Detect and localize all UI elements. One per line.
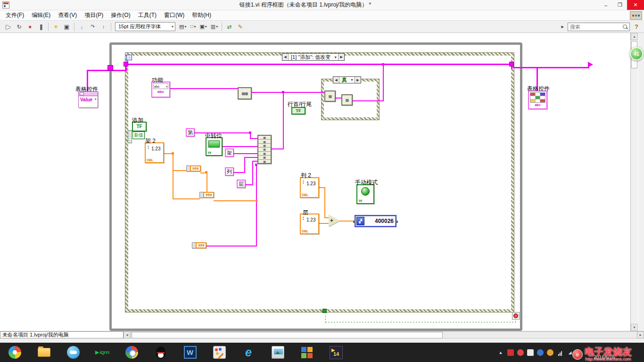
transfer-boolean[interactable]: TF <box>206 137 223 156</box>
array-index[interactable] <box>192 242 196 248</box>
menu-help[interactable]: 帮助(H) <box>188 11 215 19</box>
run-button[interactable]: ▶ <box>3 22 14 32</box>
menu-edit[interactable]: 编辑(E) <box>28 11 54 19</box>
block-diagram-canvas[interactable]: ◀ [1] "添加": 值改变 ▼ ▶ ◀ 真 ▼ ▶ ◔ 表格控件 Value… <box>0 33 644 331</box>
array-constant-1[interactable]: 999 <box>186 165 201 172</box>
string-constant-col[interactable]: 列 <box>225 167 234 176</box>
menu-file[interactable]: 文件(F) <box>2 11 28 19</box>
step-into-button[interactable]: ↓ <box>76 22 87 32</box>
wire-segment[interactable] <box>195 132 250 133</box>
build-array-node[interactable]: ▦ ▦ ▦ ▦ ▦ ▦ ▦ <box>257 135 272 164</box>
tray-icon-security[interactable] <box>507 349 514 356</box>
step-over-button[interactable]: ↷ <box>87 22 98 32</box>
wire-segment[interactable] <box>223 146 258 147</box>
replace-array-node[interactable]: ▦ <box>341 94 353 106</box>
tray-icon-download[interactable] <box>547 349 553 356</box>
clean-up-diagram-button[interactable]: ⇄ <box>224 22 235 32</box>
loop-condition-terminal[interactable] <box>512 312 520 320</box>
next-case-arrow[interactable]: ▶ <box>355 77 361 83</box>
resize-objects-dropdown[interactable]: ▣▾ <box>198 22 208 32</box>
resize-handle[interactable] <box>396 221 398 223</box>
rack2-numeric-control[interactable]: ▴▾ 1.23 DBL <box>145 142 164 163</box>
tray-icon-app[interactable] <box>527 349 534 356</box>
scroll-up-arrow[interactable]: ▲ <box>631 33 638 40</box>
array-index[interactable] <box>186 165 190 172</box>
font-selector[interactable]: 15pt 应用程序字体 ▾ <box>115 22 175 31</box>
project-status-text[interactable]: 未命名项目 1.lvproj/我的电脑 <box>0 331 124 338</box>
search-expand-button[interactable]: ▸ <box>559 22 566 32</box>
scroll-down-arrow[interactable]: ▼ <box>631 324 638 331</box>
increment-decrement-icon[interactable]: ▴▾ <box>301 180 305 184</box>
event-data-node[interactable] <box>128 130 132 143</box>
search-input[interactable] <box>568 24 622 30</box>
scroll-left-arrow[interactable]: ◂ <box>124 331 131 338</box>
concatenate-node[interactable]: ▦▦ <box>238 87 252 99</box>
table-control-terminal[interactable]: abc <box>528 90 547 109</box>
next-event-arrow[interactable]: ▶ <box>338 54 344 60</box>
new-value-terminal[interactable]: 新值 <box>132 132 145 139</box>
tray-icon-messenger[interactable] <box>537 349 544 356</box>
menu-window[interactable]: 窗口(W) <box>160 11 188 19</box>
pause-button[interactable]: ∥ <box>35 22 46 32</box>
wire-segment[interactable] <box>126 64 512 65</box>
wire-segment[interactable] <box>87 70 125 71</box>
network-icon[interactable] <box>557 349 563 356</box>
menu-project[interactable]: 项目(P) <box>81 11 107 19</box>
menu-tools[interactable]: 工具(T) <box>134 11 160 19</box>
taskbar-browser[interactable] <box>124 345 140 361</box>
result-indicator[interactable]: ▞ 400026 <box>355 215 396 227</box>
event-structure-selector[interactable]: ◀ [1] "添加": 值改变 ▼ ▶ <box>282 53 345 61</box>
step-out-button[interactable]: ↑ <box>98 22 109 32</box>
menu-view[interactable]: 查看(V) <box>54 11 81 19</box>
wire-segment[interactable] <box>252 161 253 185</box>
chevron-down-icon[interactable]: ▼ <box>349 78 355 82</box>
prev-case-arrow[interactable]: ◀ <box>333 77 339 83</box>
wire-segment[interactable] <box>214 200 258 201</box>
string-constant-layer[interactable]: 层 <box>237 180 246 188</box>
taskbar-internet-explorer[interactable]: e <box>240 345 256 361</box>
close-button[interactable]: ✕ <box>627 0 644 10</box>
resize-handle[interactable] <box>353 221 355 223</box>
col2-numeric-control[interactable]: ▴▾ 1.23 DBL <box>300 177 319 198</box>
clock-date[interactable]: 2016/6/16 <box>594 355 615 360</box>
wire-segment[interactable] <box>234 153 258 154</box>
wire-segment[interactable] <box>324 187 325 218</box>
taskbar-paint-tool[interactable] <box>211 345 227 361</box>
taskbar-file-explorer[interactable] <box>36 345 52 361</box>
loop-tunnel[interactable] <box>107 65 113 71</box>
abort-execution-button[interactable]: ■ <box>25 22 35 32</box>
property-value-label[interactable]: Value <box>80 97 92 102</box>
wire-segment[interactable] <box>234 172 245 173</box>
bottom-green-tunnel[interactable] <box>322 309 327 313</box>
increment-decrement-icon[interactable]: ▴▾ <box>146 145 150 149</box>
case-structure-selector[interactable]: ◀ 真 ▼ ▶ <box>333 76 361 83</box>
maximize-button[interactable]: ❐ <box>613 0 627 10</box>
tray-show-hidden-icons[interactable]: ▲ <box>497 349 504 356</box>
wire-segment[interactable] <box>325 322 516 322</box>
index-array-node[interactable]: ▦ <box>324 90 336 102</box>
taskbar-qq[interactable] <box>153 345 169 361</box>
highlight-execution-button[interactable]: ☀ <box>50 22 61 32</box>
menu-operate[interactable]: 操作(O) <box>107 11 134 19</box>
taskbar-labview[interactable]: ▶ 14 <box>328 345 344 361</box>
distribute-objects-dropdown[interactable]: ∷▾ <box>188 22 198 32</box>
taskbar-snipping-tool[interactable] <box>270 345 286 361</box>
wire-segment[interactable] <box>173 170 187 171</box>
wire-segment[interactable] <box>173 153 173 199</box>
array-constant-3[interactable]: 999 <box>192 242 206 248</box>
event-left-tunnel[interactable] <box>124 62 128 66</box>
horizontal-scroll-thumb[interactable] <box>132 332 443 338</box>
search-box[interactable] <box>568 23 630 31</box>
wire-segment[interactable] <box>173 198 200 199</box>
wire-segment[interactable] <box>244 157 258 158</box>
string-constant-first[interactable]: 第 <box>186 128 195 137</box>
wire-segment[interactable] <box>252 92 326 93</box>
vertical-scrollbar[interactable]: ▲ ▼ <box>630 33 638 331</box>
volume-icon[interactable]: ◢ <box>567 349 573 356</box>
prev-event-arrow[interactable]: ◀ <box>282 54 289 60</box>
timeout-terminal[interactable]: ◔ <box>126 55 132 60</box>
wire-segment[interactable] <box>513 67 589 68</box>
align-objects-dropdown[interactable]: ▤▾ <box>177 22 188 32</box>
string-constant-rack[interactable]: 架 <box>225 148 234 157</box>
window-titlebar[interactable]: 链接1.vi 程序框图（未命名项目 1.lvproj/我的电脑） * – ❐ ✕ <box>0 0 644 10</box>
